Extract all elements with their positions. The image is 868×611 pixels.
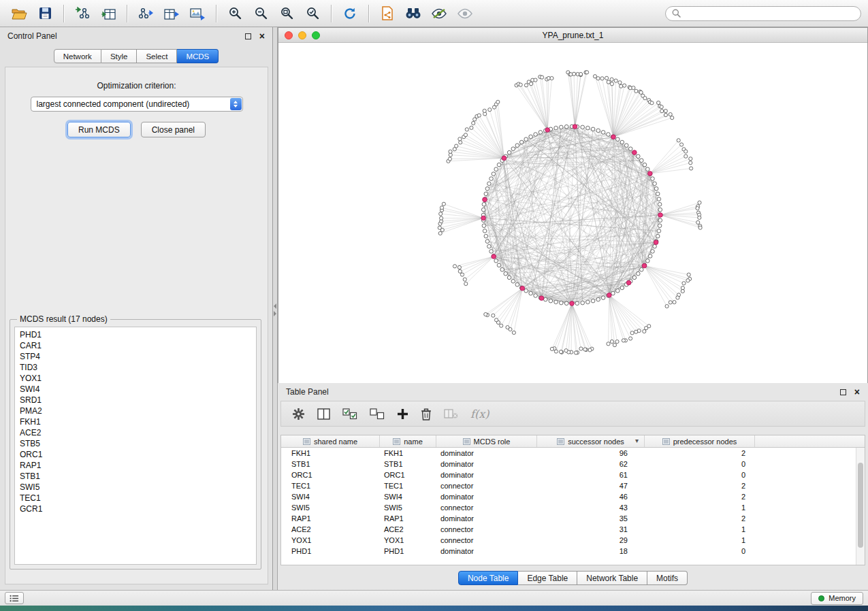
network-node[interactable] xyxy=(512,331,515,334)
network-node[interactable] xyxy=(637,154,641,159)
network-node[interactable] xyxy=(607,80,610,84)
column-header-predecessor-nodes[interactable]: predecessor nodes xyxy=(645,435,755,447)
network-node[interactable] xyxy=(485,187,489,191)
network-node[interactable] xyxy=(643,329,646,333)
network-node[interactable] xyxy=(539,131,543,135)
network-node[interactable] xyxy=(634,330,638,333)
network-node[interactable] xyxy=(634,89,638,93)
close-table-panel-icon[interactable]: × xyxy=(854,388,860,396)
network-node[interactable] xyxy=(698,216,701,219)
network-node[interactable] xyxy=(489,250,494,254)
network-canvas[interactable] xyxy=(278,43,867,383)
network-node[interactable] xyxy=(460,273,464,276)
delete-column-icon[interactable] xyxy=(421,408,432,420)
network-node[interactable] xyxy=(487,244,492,248)
network-node[interactable] xyxy=(586,300,590,304)
network-node[interactable] xyxy=(648,254,652,259)
network-dominator-node[interactable] xyxy=(545,128,550,133)
tab-node-table[interactable]: Node Table xyxy=(458,571,519,585)
criterion-dropdown[interactable]: largest connected component (undirected) xyxy=(31,97,243,112)
network-node[interactable] xyxy=(660,105,663,109)
network-node[interactable] xyxy=(488,108,492,112)
table-row[interactable]: ACE2ACE2connector311 xyxy=(281,524,856,535)
network-node[interactable] xyxy=(684,154,688,158)
tab-style[interactable]: Style xyxy=(101,49,138,63)
mcds-result-item[interactable]: GCR1 xyxy=(20,503,256,514)
column-header-shared-name[interactable]: shared name xyxy=(281,435,380,447)
mcds-result-item[interactable]: FKH1 xyxy=(20,416,256,427)
network-node[interactable] xyxy=(629,337,632,340)
mcds-result-item[interactable]: PMA2 xyxy=(20,406,256,416)
network-node[interactable] xyxy=(650,101,654,105)
mcds-result-item[interactable]: TID3 xyxy=(20,362,256,373)
network-node[interactable] xyxy=(689,161,692,165)
network-dominator-node[interactable] xyxy=(648,171,653,176)
mcds-result-item[interactable]: ACE2 xyxy=(20,427,256,438)
network-node[interactable] xyxy=(630,331,634,335)
column-header-successor-nodes[interactable]: successor nodes ▾ xyxy=(537,435,645,447)
export-image-button[interactable] xyxy=(185,3,210,24)
show-all-button[interactable] xyxy=(453,3,477,24)
network-node[interactable] xyxy=(438,226,441,229)
network-node[interactable] xyxy=(643,163,647,167)
network-node[interactable] xyxy=(596,129,600,133)
network-node[interactable] xyxy=(657,101,660,104)
network-node[interactable] xyxy=(550,76,553,80)
expand-right-icon[interactable] xyxy=(274,311,276,316)
network-node[interactable] xyxy=(459,141,462,144)
network-node[interactable] xyxy=(653,182,657,186)
table-row[interactable]: STB1STB1dominator620 xyxy=(281,459,856,469)
zoom-selected-button[interactable] xyxy=(300,3,325,24)
window-close-icon[interactable] xyxy=(285,31,293,39)
float-table-panel-icon[interactable] xyxy=(840,389,846,395)
network-node[interactable] xyxy=(651,177,655,181)
network-node[interactable] xyxy=(530,82,533,86)
network-node[interactable] xyxy=(657,197,661,201)
network-node[interactable] xyxy=(554,300,558,304)
network-node[interactable] xyxy=(607,133,611,137)
network-node[interactable] xyxy=(550,347,553,350)
network-node[interactable] xyxy=(458,137,462,141)
network-node[interactable] xyxy=(574,351,577,354)
network-node[interactable] xyxy=(632,86,635,90)
network-node[interactable] xyxy=(529,291,533,295)
mcds-result-item[interactable]: RAP1 xyxy=(20,460,256,471)
network-node[interactable] xyxy=(698,201,701,204)
network-node[interactable] xyxy=(483,229,487,233)
network-node[interactable] xyxy=(618,81,622,84)
network-node[interactable] xyxy=(596,77,600,80)
network-node[interactable] xyxy=(575,301,579,306)
export-table-button[interactable] xyxy=(159,3,184,24)
network-dominator-node[interactable] xyxy=(654,240,658,245)
network-node[interactable] xyxy=(496,100,500,103)
network-node[interactable] xyxy=(632,276,637,280)
mcds-result-item[interactable]: SRD1 xyxy=(20,395,256,406)
network-node[interactable] xyxy=(453,265,456,268)
network-node[interactable] xyxy=(583,348,587,351)
network-node[interactable] xyxy=(477,114,481,117)
network-node[interactable] xyxy=(492,314,495,317)
network-node[interactable] xyxy=(610,340,613,343)
network-node[interactable] xyxy=(677,139,680,142)
network-node[interactable] xyxy=(676,296,679,299)
network-node[interactable] xyxy=(624,144,628,148)
network-node[interactable] xyxy=(658,203,662,207)
mcds-result-item[interactable]: ORC1 xyxy=(20,449,256,460)
close-panel-icon[interactable]: × xyxy=(259,32,265,40)
network-node[interactable] xyxy=(485,240,489,244)
dropdown-stepper-icon[interactable] xyxy=(230,98,242,110)
network-dominator-node[interactable] xyxy=(483,197,487,202)
network-node[interactable] xyxy=(656,234,660,238)
network-dominator-node[interactable] xyxy=(570,301,575,306)
network-node[interactable] xyxy=(588,348,592,352)
network-node[interactable] xyxy=(458,269,462,273)
table-row[interactable]: SWI5SWI5connector431 xyxy=(281,502,856,513)
network-node[interactable] xyxy=(559,350,562,354)
mcds-result-item[interactable]: SWI5 xyxy=(20,482,256,493)
network-node[interactable] xyxy=(504,271,508,276)
network-node[interactable] xyxy=(541,76,544,79)
network-node[interactable] xyxy=(646,259,650,263)
network-node[interactable] xyxy=(622,339,625,342)
window-minimize-icon[interactable] xyxy=(298,31,306,39)
mcds-result-item[interactable]: SWI4 xyxy=(20,384,256,395)
